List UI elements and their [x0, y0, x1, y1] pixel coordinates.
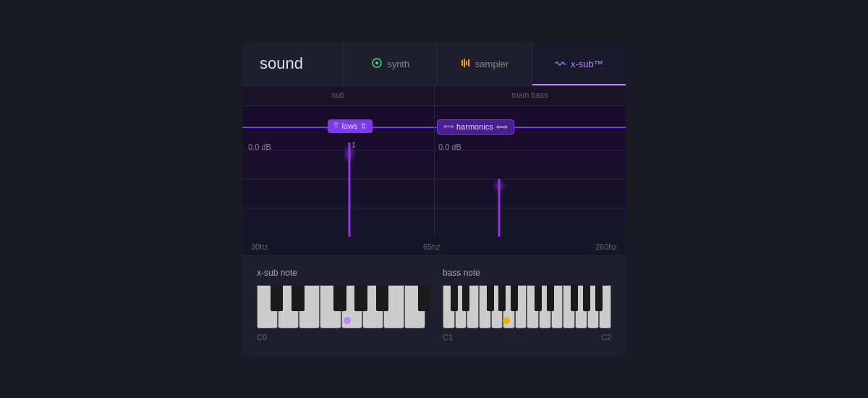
harmonics-handle[interactable]: ⟺ harmonics ⟺	[437, 119, 514, 135]
spectrum-container: sub main bass ⠿ lows ⇕ ⟺ harmonics	[242, 86, 626, 256]
tab-xsub[interactable]: x-sub™	[532, 43, 626, 85]
tab-sampler-label: sampler	[475, 59, 509, 69]
sampler-icon	[461, 58, 471, 70]
freq-mid-label: 65hz	[423, 242, 441, 251]
sound-title: sound	[242, 43, 344, 85]
freq-low-label: 30hz	[251, 242, 268, 251]
bass-note-section: bass note C1 C2	[443, 268, 611, 342]
region-main-label: main bass	[434, 90, 626, 99]
svg-rect-2	[461, 60, 463, 66]
tab-synth-label: synth	[387, 59, 409, 69]
svg-rect-4	[466, 61, 467, 65]
xsub-note-c0: C0	[257, 333, 267, 342]
xsub-note-label: x-sub note	[257, 268, 425, 278]
grid-line-3	[242, 208, 626, 208]
freq-high-label: 260hz	[595, 242, 617, 251]
harmonics-drag-icon: ⟺	[443, 123, 454, 130]
harmonics-resize-icon: ⟺	[496, 122, 508, 132]
bass-note-c1: C1	[443, 333, 453, 342]
lows-bar	[349, 143, 351, 237]
region-sub-label: sub	[242, 90, 434, 99]
bass-note-c2: C2	[601, 333, 611, 342]
lows-drag-icon: ⠿	[333, 122, 339, 130]
synth-icon	[371, 57, 383, 71]
bass-note-bottom-labels: C1 C2	[443, 333, 611, 342]
db-harmonics-label: 0.0 dB	[438, 143, 461, 151]
grid-line-1	[242, 150, 626, 151]
grid-line-2	[242, 179, 626, 179]
bottom-section: x-sub note C0 bass note C1 C2	[242, 256, 626, 356]
lows-handle[interactable]: ⠿ lows ⇕	[328, 119, 373, 133]
tab-xsub-label: x-sub™	[571, 59, 603, 69]
xsub-piano[interactable]	[257, 285, 425, 329]
tab-sampler[interactable]: sampler	[438, 43, 532, 85]
xsub-note-section: x-sub note C0	[257, 268, 425, 342]
spectrum-canvas: ⠿ lows ⇕ ⟺ harmonics ⟺ 0.0 dB 0.0 dB ↕	[242, 106, 626, 237]
bass-note-label: bass note	[443, 268, 611, 278]
lows-handle-label: lows	[341, 122, 357, 130]
svg-rect-3	[464, 59, 465, 67]
db-lows-label: 0.0 dB	[248, 143, 271, 151]
tab-synth[interactable]: synth	[344, 43, 438, 85]
xsub-icon	[555, 58, 566, 69]
lows-resize-icon: ⇕	[360, 122, 367, 131]
main-panel: sound synth	[242, 43, 626, 356]
tabs: synth sampler	[344, 43, 626, 85]
xsub-note-bottom-labels: C0	[257, 333, 425, 342]
harmonics-bar	[498, 179, 501, 237]
harmonics-handle-label: harmonics	[456, 122, 493, 131]
header: sound synth	[242, 43, 626, 86]
spectrum-vertical-divider	[434, 106, 435, 237]
svg-rect-5	[468, 59, 469, 67]
bass-piano[interactable]	[443, 285, 611, 329]
freq-labels: 30hz 65hz 260hz	[242, 237, 626, 255]
svg-point-1	[375, 62, 378, 64]
